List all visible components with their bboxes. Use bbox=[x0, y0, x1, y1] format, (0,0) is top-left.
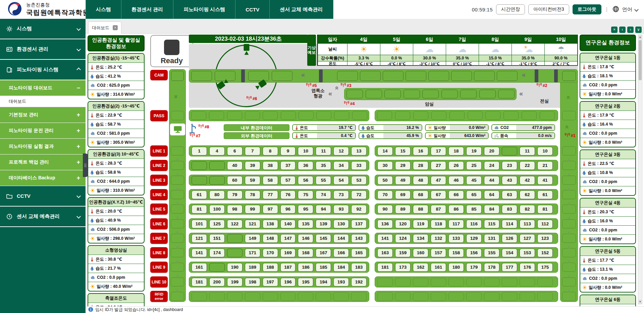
plant-cell: 177 bbox=[502, 263, 517, 272]
nav-item-4[interactable]: CCTV bbox=[235, 0, 270, 19]
temperature-range-value: -5℃ / 6℃ bbox=[347, 61, 380, 66]
temp-icon bbox=[90, 209, 94, 214]
empty-slot bbox=[377, 292, 393, 301]
co2-icon bbox=[582, 228, 587, 232]
conveyor-slot bbox=[334, 111, 349, 120]
scroll-down-icon[interactable]: ▼ bbox=[638, 300, 642, 304]
line-button-3[interactable]: LINE 3 bbox=[150, 175, 168, 186]
plant-cell: 16 bbox=[413, 147, 428, 155]
plant-cell: 169 bbox=[280, 249, 296, 257]
sidebar-item-10[interactable]: 데이타베이스 Backup+ bbox=[0, 170, 86, 186]
plant-cell: 10 bbox=[537, 147, 553, 155]
nav-item-3[interactable]: 피노타이핑 시스템 bbox=[173, 0, 235, 19]
extend-time-button[interactable]: 시간연장 bbox=[496, 4, 525, 14]
nav-item-2[interactable]: 환경센서 관리 bbox=[121, 0, 173, 19]
line-button-1[interactable]: LINE 1 bbox=[150, 145, 168, 156]
sun-icon bbox=[90, 92, 95, 97]
grid-row-8-right: 163159160157158156155154153152 bbox=[375, 247, 558, 258]
scroll-up-icon[interactable]: ▲ bbox=[638, 35, 642, 39]
weather-day-header: 7일 bbox=[446, 35, 479, 43]
sidebar-item-label: CCTV bbox=[17, 193, 31, 199]
line-button-7[interactable]: LINE 7 bbox=[150, 233, 168, 244]
metric-text: 일사량 : 310.0 W/m² bbox=[97, 188, 135, 193]
empty-slot bbox=[520, 278, 535, 286]
grid-row-2-left: 4039383736353433 bbox=[189, 160, 369, 171]
sun-cloud-icon: ☀☁ bbox=[524, 45, 533, 53]
hum-icon bbox=[582, 170, 586, 175]
line-button-2[interactable]: LINE 2 bbox=[150, 160, 168, 171]
plant-cell: 93 bbox=[333, 205, 349, 214]
plant-cell: 101 bbox=[192, 220, 207, 228]
cam-button[interactable]: CAM bbox=[150, 70, 168, 80]
plant-cell: 30 bbox=[377, 161, 393, 170]
belt-arrow-icon: ∧ bbox=[567, 187, 571, 191]
window-prev-button[interactable]: ‹ bbox=[619, 27, 626, 33]
user-button[interactable]: 아이티컨버전3 bbox=[528, 4, 569, 14]
pass-button[interactable]: PASS bbox=[150, 110, 168, 121]
scrollbar-thumb[interactable] bbox=[639, 40, 642, 80]
metric-row: CO2 : 0.0 ppm bbox=[580, 225, 635, 234]
nav-item-1[interactable]: 시스템 bbox=[86, 0, 121, 19]
conveyor-slot bbox=[171, 161, 184, 170]
radio-icon bbox=[199, 124, 204, 130]
nav-item-5[interactable]: 센서 교체 예측관리 bbox=[270, 0, 333, 19]
plant-cell: 127 bbox=[520, 234, 535, 243]
sidebar-item-11[interactable]: CCTV bbox=[0, 186, 86, 207]
plant-cell: 133 bbox=[448, 234, 464, 243]
sidebar-item-label: 피노타이핑 운전 관리 bbox=[9, 128, 54, 134]
window-collapse-button[interactable]: ∨ bbox=[635, 27, 642, 33]
window-next-button[interactable]: › bbox=[627, 27, 634, 33]
sidebar-item-1[interactable]: 시스템 bbox=[0, 19, 86, 39]
conveyor-slot bbox=[352, 111, 367, 120]
language-selector[interactable]: 언어 bbox=[612, 5, 638, 14]
plant-cell: 114 bbox=[502, 220, 517, 228]
plant-cell: 197 bbox=[263, 278, 278, 286]
right-panel-scrollbar[interactable]: ▲ ▼ bbox=[638, 35, 642, 304]
sidebar-resize-handle[interactable] bbox=[83, 153, 88, 177]
conveyor-slot bbox=[562, 219, 576, 228]
sidebar-item-9[interactable]: 프로젝트 백업 관리+ bbox=[0, 154, 86, 170]
room-card-title: 소형영상실 bbox=[88, 246, 144, 255]
line-button-8[interactable]: LINE 8 bbox=[150, 247, 168, 258]
line-button-6[interactable]: LINE 6 bbox=[150, 218, 168, 229]
plant-cell: 193 bbox=[333, 278, 349, 286]
plant-cell: 99 bbox=[245, 205, 260, 214]
window-close-button[interactable]: × bbox=[611, 27, 618, 33]
metric-text: 온도 : 22.5 ℃ bbox=[588, 161, 614, 167]
plant-cell: 69 bbox=[395, 190, 411, 199]
sun-icon bbox=[582, 140, 587, 145]
sidebar-item-5[interactable]: 대쉬보드 bbox=[0, 96, 86, 107]
temp-icon bbox=[582, 209, 586, 215]
sidebar-item-2[interactable]: 환경센서 관리 bbox=[0, 39, 86, 60]
rfid-error-button[interactable]: RFIDerror bbox=[150, 291, 168, 302]
sidebar-item-3[interactable]: 피노타이핑 시스템 bbox=[0, 60, 86, 80]
sidebar-item-8[interactable]: 피노타이핑 실험 결과+ bbox=[0, 139, 86, 154]
weather-mast-icon bbox=[188, 123, 198, 136]
line-button-4[interactable]: LINE 4 bbox=[150, 189, 168, 200]
conveyor-slot bbox=[422, 90, 439, 98]
sidebar-item-6[interactable]: 기본정보 관리+ bbox=[0, 107, 86, 123]
temp-icon bbox=[90, 161, 94, 166]
line-button-9[interactable]: LINE 9 bbox=[150, 262, 168, 273]
conveyor-slot bbox=[383, 71, 404, 81]
temp-icon bbox=[90, 257, 94, 262]
logout-button[interactable]: 로그아웃 bbox=[573, 4, 601, 14]
conveyor-slot bbox=[171, 176, 184, 185]
grid-row-7-left: 121151149148147146145144143 bbox=[189, 233, 369, 244]
temperature-range-value: -3℃ / 10℃ bbox=[413, 61, 446, 66]
tab-close-icon[interactable]: × bbox=[113, 25, 118, 30]
metric-row: 습도 : 58.7 % bbox=[88, 120, 144, 129]
tab-dashboard[interactable]: 대쉬보드 × bbox=[88, 21, 121, 34]
line-button-10[interactable]: LINE 10 bbox=[150, 276, 168, 287]
metric-row: 일사량 : 40.0 W/m² bbox=[88, 282, 144, 291]
plant-cell: 139 bbox=[316, 220, 331, 228]
conveyor-slot bbox=[474, 71, 495, 81]
sidebar-item-12[interactable]: 센서 교체 예측관리 bbox=[0, 207, 86, 227]
sidebar-item-label: 기본정보 관리 bbox=[9, 112, 38, 118]
conveyor-slot bbox=[451, 71, 472, 81]
conveyor-slot bbox=[522, 111, 537, 120]
sidebar-item-7[interactable]: 피노타이핑 운전 관리+ bbox=[0, 123, 86, 139]
metric-text: 습도 : 18.1 % bbox=[588, 73, 613, 79]
line-button-5[interactable]: LINE 5 bbox=[150, 204, 168, 215]
sidebar-item-4[interactable]: 피노타이핑 대쉬보드− bbox=[0, 80, 86, 96]
